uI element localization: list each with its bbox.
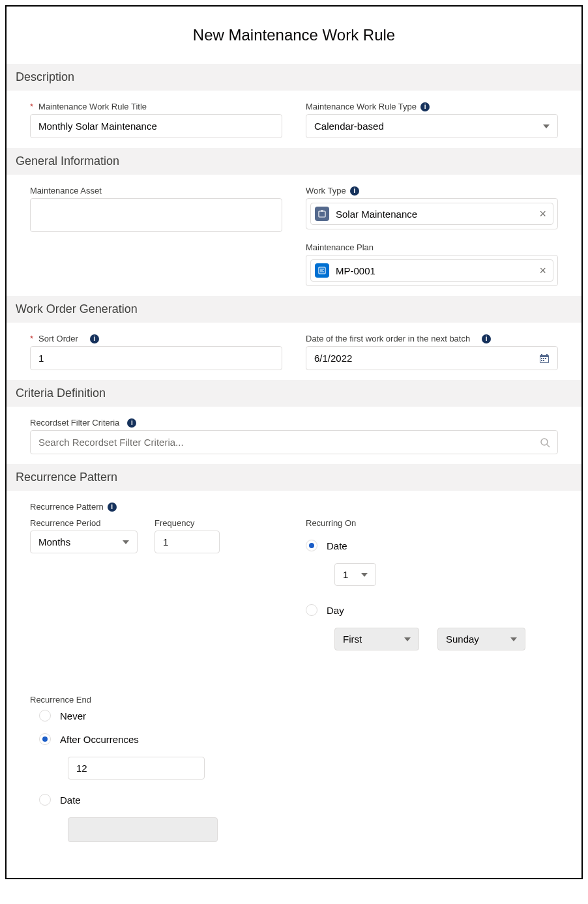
remove-plan-icon[interactable]: × bbox=[539, 265, 546, 276]
recurring-date-label: Date bbox=[327, 540, 347, 551]
page-title: New Maintenance Work Rule bbox=[7, 20, 581, 51]
end-date-radio[interactable] bbox=[39, 794, 51, 806]
work-type-label: Work Type i bbox=[306, 186, 359, 196]
work-type-lookup[interactable]: Solar Maintenance × bbox=[306, 198, 558, 229]
plan-icon bbox=[315, 263, 329, 278]
svg-point-12 bbox=[541, 439, 548, 445]
search-icon bbox=[540, 437, 550, 448]
title-input[interactable] bbox=[30, 114, 282, 138]
sort-input[interactable] bbox=[30, 346, 282, 370]
end-never-radio[interactable] bbox=[39, 710, 51, 722]
section-header-recurrence: Recurrence Pattern bbox=[7, 464, 581, 491]
calendar-icon[interactable] bbox=[539, 353, 550, 364]
info-icon[interactable]: i bbox=[482, 334, 491, 343]
recurrence-end-label: Recurrence End bbox=[30, 695, 558, 705]
info-icon[interactable]: i bbox=[108, 503, 117, 512]
asset-label: Maintenance Asset bbox=[30, 186, 102, 196]
period-select[interactable]: Months bbox=[30, 531, 138, 553]
svg-rect-7 bbox=[541, 358, 542, 359]
svg-rect-11 bbox=[543, 360, 544, 361]
first-date-label: Date of the first work order in the next… bbox=[306, 334, 491, 343]
day-weekday-select[interactable]: Sunday bbox=[437, 628, 525, 650]
info-icon[interactable]: i bbox=[127, 418, 136, 428]
type-label: Maintenance Work Rule Type i bbox=[306, 102, 430, 111]
recurring-on-label: Recurring On bbox=[306, 518, 558, 528]
plan-pill: MP-0001 × bbox=[310, 259, 553, 282]
svg-rect-5 bbox=[546, 354, 548, 356]
chevron-down-icon bbox=[404, 637, 411, 641]
recurring-date-radio[interactable] bbox=[306, 540, 317, 551]
end-never-label: Never bbox=[60, 710, 86, 722]
chevron-down-icon bbox=[123, 540, 129, 544]
recurring-date-value-select[interactable]: 1 bbox=[334, 563, 376, 586]
remove-work-type-icon[interactable]: × bbox=[539, 208, 546, 220]
svg-rect-8 bbox=[543, 358, 544, 359]
sort-label: *Sort Order i bbox=[30, 334, 99, 343]
end-after-label: After Occurrences bbox=[60, 734, 139, 745]
criteria-search[interactable] bbox=[30, 430, 558, 454]
section-header-general: General Information bbox=[7, 148, 581, 175]
criteria-label: Recordset Filter Criteria i bbox=[30, 418, 136, 428]
after-occurrences-input[interactable] bbox=[68, 757, 205, 780]
svg-rect-0 bbox=[319, 211, 325, 217]
info-icon[interactable]: i bbox=[90, 334, 99, 343]
type-select[interactable]: Calendar-based bbox=[306, 114, 558, 138]
info-icon[interactable]: i bbox=[350, 186, 359, 196]
title-label: *Maintenance Work Rule Title bbox=[30, 102, 147, 111]
svg-rect-4 bbox=[541, 354, 542, 356]
chevron-down-icon bbox=[543, 124, 550, 128]
end-after-radio[interactable] bbox=[39, 733, 51, 745]
svg-rect-10 bbox=[541, 360, 542, 361]
recurring-day-label: Day bbox=[327, 605, 344, 616]
frequency-label: Frequency bbox=[154, 518, 220, 528]
svg-rect-1 bbox=[321, 211, 323, 212]
chevron-down-icon bbox=[361, 573, 368, 577]
section-header-description: Description bbox=[7, 64, 581, 91]
end-date-input[interactable] bbox=[68, 817, 218, 842]
end-date-label: Date bbox=[60, 795, 81, 806]
work-type-icon bbox=[315, 207, 329, 221]
asset-lookup[interactable] bbox=[30, 198, 282, 232]
frequency-input[interactable] bbox=[154, 531, 220, 553]
plan-lookup[interactable]: MP-0001 × bbox=[306, 255, 558, 286]
day-ordinal-select[interactable]: First bbox=[334, 628, 419, 650]
recurring-day-radio[interactable] bbox=[306, 604, 317, 616]
svg-rect-9 bbox=[545, 358, 546, 359]
first-date-input[interactable]: 6/1/2022 bbox=[306, 346, 558, 370]
section-header-criteria: Criteria Definition bbox=[7, 380, 581, 407]
plan-label: Maintenance Plan bbox=[306, 242, 374, 252]
info-icon[interactable]: i bbox=[420, 102, 430, 111]
chevron-down-icon bbox=[510, 637, 517, 641]
svg-line-13 bbox=[547, 445, 550, 447]
pattern-label: Recurrence Pattern i bbox=[30, 502, 117, 512]
work-type-pill: Solar Maintenance × bbox=[310, 203, 553, 225]
period-label: Recurrence Period bbox=[30, 518, 138, 528]
section-header-wog: Work Order Generation bbox=[7, 296, 581, 323]
